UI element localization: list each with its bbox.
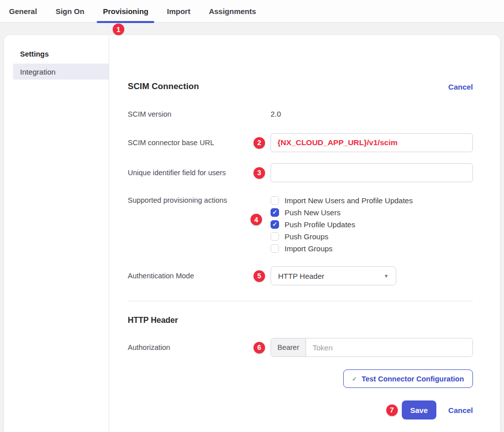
tab-sign-on[interactable]: Sign On [50,0,91,22]
check-icon: ✓ [352,375,357,382]
step-badge-5: 5 [254,270,265,282]
tab-assignments[interactable]: Assignments [203,0,262,22]
checkbox-row-push-new-users[interactable]: ✓ Push New Users [271,206,473,218]
unique-id-label: Unique identifier field for users [128,169,271,177]
test-connector-configuration-button[interactable]: ✓ Test Connector Configuration [343,369,473,388]
sidebar-item-label: Integration [20,68,56,76]
sidebar-item-integration[interactable]: Integration [13,64,109,80]
scim-connection-panel: SCIM Connection Cancel SCIM version 2.0 … [109,35,500,432]
step-badge-1: 1 [113,24,124,35]
step-badge-2: 2 [254,137,265,149]
tab-general[interactable]: General [3,0,43,22]
unique-id-input[interactable] [271,163,473,182]
step-badge-3: 3 [254,167,265,179]
checkbox-row-push-profile-updates[interactable]: ✓ Push Profile Updates [271,218,473,230]
tab-import[interactable]: Import [161,0,196,22]
auth-mode-selected-value: HTTP Header [278,272,324,280]
checkbox-push-profile-updates-icon[interactable]: ✓ [271,220,279,229]
checkbox-label: Push Profile Updates [285,220,355,229]
checkbox-import-new-users-icon[interactable]: ✓ [271,196,279,205]
checkbox-row-import-new-users[interactable]: ✓ Import New Users and Profile Updates [271,194,473,206]
section-divider [128,301,473,301]
checkbox-push-new-users-icon[interactable]: ✓ [271,208,279,217]
provisioning-actions-label: Supported provisioning actions [128,194,271,204]
authorization-label: Authorization [128,343,271,351]
checkbox-row-push-groups[interactable]: ✓ Push Groups [271,230,473,242]
checkbox-import-groups-icon[interactable]: ✓ [271,244,279,253]
http-header-section-title: HTTP Header [128,316,473,326]
chevron-down-icon: ▼ [384,273,389,279]
checkbox-label: Import New Users and Profile Updates [285,196,413,205]
auth-mode-label: Authentication Mode [128,272,271,280]
step-badge-4: 4 [250,214,262,225]
scim-version-label: SCIM version [128,110,271,118]
step-badge-6: 6 [254,342,265,353]
scim-version-value: 2.0 [271,110,281,118]
app-tabbar: General Sign On Provisioning Import Assi… [0,0,504,23]
step-badge-7: 7 [386,404,398,416]
checkbox-row-import-groups[interactable]: ✓ Import Groups [271,242,473,254]
checkbox-push-groups-icon[interactable]: ✓ [271,232,279,241]
bearer-prefix: Bearer [271,338,306,356]
checkbox-label: Push New Users [285,208,341,217]
authorization-input-group: Bearer [271,338,473,357]
settings-sidebar: Settings Integration [4,35,109,432]
provisioning-card: Settings Integration SCIM Connection Can… [4,35,500,432]
checkbox-label: Import Groups [285,244,333,253]
base-url-input[interactable] [271,133,473,152]
base-url-label: SCIM connector base URL [128,139,271,147]
token-input[interactable] [306,338,472,356]
test-connector-configuration-label: Test Connector Configuration [362,375,464,383]
tab-provisioning[interactable]: Provisioning [97,0,154,22]
page-title: SCIM Connection [128,82,199,92]
checkbox-label: Push Groups [285,232,329,241]
save-button[interactable]: Save [402,400,436,419]
auth-mode-select[interactable]: HTTP Header ▼ [271,266,396,285]
bottom-cancel-link[interactable]: Cancel [448,406,473,414]
top-cancel-link[interactable]: Cancel [448,83,473,91]
sidebar-header: Settings [4,49,109,59]
